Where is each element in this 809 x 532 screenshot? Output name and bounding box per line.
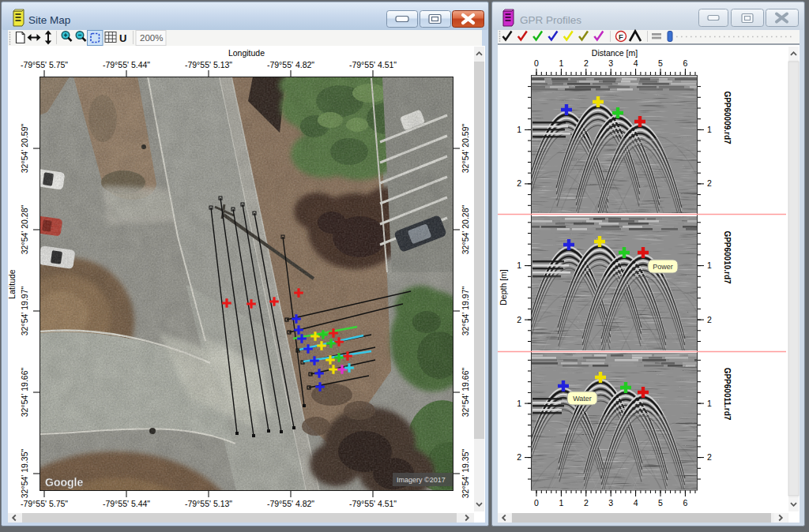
svg-text:Latitude: Latitude (7, 269, 17, 299)
svg-text:-79°55' 4.51": -79°55' 4.51" (349, 499, 397, 508)
svg-text:Site Map: Site Map (28, 14, 70, 26)
svg-text:Distance [m]: Distance [m] (592, 48, 638, 58)
svg-text:GPP60011.rd7: GPP60011.rd7 (723, 368, 732, 421)
svg-text:1: 1 (517, 260, 521, 270)
svg-text:0: 0 (534, 498, 539, 508)
svg-text:-79°55' 4.51": -79°55' 4.51" (349, 60, 397, 69)
svg-text:1: 1 (707, 399, 712, 408)
svg-text:6: 6 (683, 498, 687, 508)
svg-text:GPP60010.rd7: GPP60010.rd7 (723, 230, 732, 284)
svg-text:F: F (619, 32, 623, 41)
svg-text:-79°55' 4.82": -79°55' 4.82" (267, 499, 314, 508)
svg-text:32°54' 19.97": 32°54' 19.97" (461, 286, 470, 335)
svg-text:32°54' 19.35": 32°54' 19.35" (20, 448, 29, 498)
svg-text:Depth [m]: Depth [m] (499, 269, 508, 305)
svg-text:Power: Power (653, 263, 673, 271)
svg-text:2: 2 (707, 315, 712, 324)
svg-text:32°54' 19.66": 32°54' 19.66" (461, 367, 470, 417)
svg-text:Imagery ©2017: Imagery ©2017 (397, 476, 446, 484)
svg-text:2: 2 (517, 315, 521, 324)
svg-text:2: 2 (584, 58, 589, 68)
svg-text:-79°55' 5.75": -79°55' 5.75" (21, 499, 68, 508)
svg-text:2: 2 (707, 178, 712, 188)
svg-text:2: 2 (707, 452, 712, 462)
svg-text:1: 1 (517, 125, 521, 134)
svg-text:1: 1 (559, 498, 563, 508)
svg-text:-79°55' 5.75": -79°55' 5.75" (21, 60, 68, 69)
svg-text:1: 1 (707, 125, 712, 134)
svg-text:32°54' 20.28": 32°54' 20.28" (20, 204, 29, 254)
svg-text:4: 4 (634, 498, 638, 508)
svg-text:32°54' 20.28": 32°54' 20.28" (461, 204, 470, 254)
svg-text:Google: Google (45, 476, 83, 489)
svg-text:5: 5 (658, 58, 663, 68)
svg-text:GPP60009.rd7: GPP60009.rd7 (723, 91, 732, 144)
svg-text:-79°55' 4.82": -79°55' 4.82" (267, 60, 314, 69)
svg-text:Water: Water (573, 395, 592, 403)
svg-text:-79°55' 5.44": -79°55' 5.44" (103, 60, 150, 69)
svg-text:GPR Profiles: GPR Profiles (520, 14, 581, 26)
svg-text:U: U (119, 32, 126, 44)
svg-text:200%: 200% (140, 33, 163, 43)
svg-text:-79°55' 5.44": -79°55' 5.44" (103, 499, 150, 508)
svg-text:32°54' 20.59": 32°54' 20.59" (20, 123, 29, 173)
svg-text:2: 2 (584, 498, 589, 508)
svg-text:32°54' 19.66": 32°54' 19.66" (20, 367, 29, 417)
svg-text:6: 6 (683, 58, 687, 68)
svg-text:5: 5 (658, 498, 663, 508)
svg-text:1: 1 (707, 260, 712, 270)
svg-text:32°54' 19.35": 32°54' 19.35" (461, 448, 470, 498)
svg-text:0: 0 (534, 58, 539, 68)
svg-text:3: 3 (608, 498, 613, 508)
svg-text:2: 2 (517, 178, 521, 188)
svg-text:3: 3 (608, 58, 613, 68)
svg-text:2: 2 (517, 452, 521, 462)
svg-text:-79°55' 5.13": -79°55' 5.13" (185, 499, 232, 508)
svg-text:32°54' 20.59": 32°54' 20.59" (461, 123, 470, 173)
svg-text:-79°55' 5.13": -79°55' 5.13" (185, 60, 232, 69)
svg-text:32°54' 19.97": 32°54' 19.97" (20, 286, 29, 335)
svg-text:Longitude: Longitude (228, 48, 265, 58)
svg-text:4: 4 (634, 58, 638, 68)
svg-text:1: 1 (517, 399, 521, 408)
svg-text:1: 1 (559, 58, 563, 68)
